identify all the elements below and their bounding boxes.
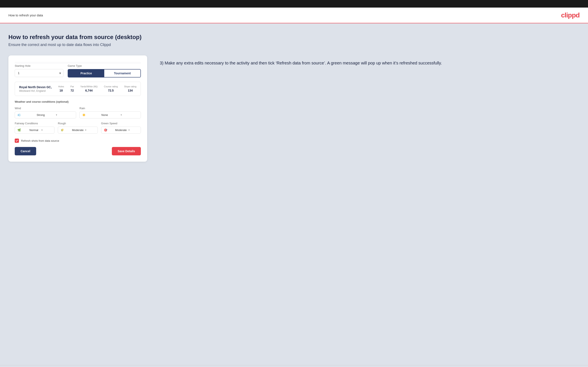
par-stat: Par 72 (70, 85, 74, 92)
green-speed-group: Green Speed 🎯 Moderate ▾ (101, 122, 141, 133)
wind-select[interactable]: 💨 Strong ▾ (15, 111, 76, 118)
top-bar (0, 0, 588, 8)
save-button[interactable]: Save Details (112, 147, 141, 155)
game-type-group: Game Type Practice Tournament (68, 64, 141, 77)
yards-stat: Yards/White (M)) 6,744 (80, 85, 97, 92)
header-title: How to refresh your data (9, 13, 43, 17)
checkmark-icon (16, 139, 18, 142)
course-stats: Holes 18 Par 72 Yards/White (M)) 6,744 C… (58, 85, 137, 92)
game-type-toggle: Practice Tournament (68, 69, 141, 77)
holes-stat: Holes 18 (58, 85, 64, 92)
rough-icon: 🌾 (61, 128, 70, 132)
fairway-icon: 🌿 (17, 128, 28, 132)
wind-value: Strong (37, 113, 54, 117)
wind-group: Wind 💨 Strong ▾ (15, 107, 76, 118)
content-area: Starting Hole 1 10 ▾ Game Type Practice … (9, 55, 579, 162)
rain-value: None (101, 113, 119, 117)
main-content: How to refresh your data from source (de… (0, 23, 588, 365)
practice-button[interactable]: Practice (68, 69, 104, 77)
rough-group: Rough 🌾 Moderate ▾ (58, 122, 97, 133)
rain-group: Rain ☀️ None ▾ (79, 107, 141, 118)
starting-hole-select[interactable]: 1 10 (15, 69, 63, 77)
side-text: 3) Make any extra edits necessary to the… (160, 55, 579, 66)
starting-hole-group: Starting Hole 1 10 ▾ (15, 64, 63, 77)
starting-hole-label: Starting Hole (15, 64, 63, 67)
refresh-label: Refresh shots from data source (21, 139, 59, 142)
course-rating-value: 72.5 (108, 89, 114, 92)
refresh-checkbox-row: Refresh shots from data source (15, 139, 141, 143)
footer: Copyright Clippd 2022 (0, 365, 588, 367)
tournament-button[interactable]: Tournament (104, 69, 140, 77)
rain-label: Rain (79, 107, 141, 110)
fairway-value: Normal (29, 128, 40, 132)
fairway-label: Fairway Conditions (15, 122, 54, 125)
fairway-select[interactable]: 🌿 Normal ▾ (15, 127, 54, 133)
course-rating-stat: Course rating 72.5 (104, 85, 118, 92)
green-speed-label: Green Speed (101, 122, 141, 125)
rain-icon: ☀️ (82, 113, 100, 117)
par-value: 72 (71, 89, 74, 92)
rough-value: Moderate (72, 128, 84, 132)
fairway-arrow-icon: ▾ (41, 129, 52, 131)
green-speed-select[interactable]: 🎯 Moderate ▾ (101, 127, 141, 133)
starting-hole-select-wrapper: 1 10 ▾ (15, 69, 63, 77)
wind-arrow-icon: ▾ (56, 114, 73, 116)
side-text-content: 3) Make any extra edits necessary to the… (160, 60, 579, 66)
rough-select[interactable]: 🌾 Moderate ▾ (58, 127, 97, 133)
course-location: Westward Ho!, England (19, 89, 58, 92)
page-heading: How to refresh your data from source (de… (9, 34, 579, 41)
rough-arrow-icon: ▾ (85, 129, 95, 131)
weather-section-label: Weather and course conditions (optional) (15, 100, 141, 103)
wind-label: Wind (15, 107, 76, 110)
course-info: Royal North Devon GC, Westward Ho!, Engl… (19, 85, 58, 92)
yards-label: Yards/White (M)) (80, 85, 97, 88)
weather-row: Wind 💨 Strong ▾ Rain ☀️ None ▾ (15, 107, 141, 118)
cancel-button[interactable]: Cancel (15, 147, 36, 155)
tab-stub (15, 62, 141, 64)
top-form-row: Starting Hole 1 10 ▾ Game Type Practice … (15, 64, 141, 77)
green-speed-value: Moderate (115, 128, 127, 132)
rain-select[interactable]: ☀️ None ▾ (79, 111, 141, 118)
course-card: Royal North Devon GC, Westward Ho!, Engl… (15, 82, 141, 96)
course-name: Royal North Devon GC, (19, 85, 58, 89)
fairway-group: Fairway Conditions 🌿 Normal ▾ (15, 122, 54, 133)
game-type-label: Game Type (68, 64, 141, 67)
action-row: Cancel Save Details (15, 147, 141, 155)
page-subheading: Ensure the correct and most up to date d… (9, 43, 579, 47)
rough-label: Rough (58, 122, 97, 125)
holes-label: Holes (58, 85, 64, 88)
logo: clippd (561, 11, 579, 19)
yards-value: 6,744 (85, 89, 93, 92)
form-card: Starting Hole 1 10 ▾ Game Type Practice … (9, 55, 147, 162)
conditions-row: Fairway Conditions 🌿 Normal ▾ Rough 🌾 Mo… (15, 122, 141, 133)
slope-rating-value: 134 (128, 89, 133, 92)
green-speed-arrow-icon: ▾ (129, 129, 138, 131)
rain-arrow-icon: ▾ (121, 114, 138, 116)
par-label: Par (70, 85, 74, 88)
course-rating-label: Course rating (104, 85, 118, 88)
slope-rating-label: Slope rating (124, 85, 137, 88)
green-speed-icon: 🎯 (104, 128, 113, 132)
slope-rating-stat: Slope rating 134 (124, 85, 137, 92)
holes-value: 18 (60, 89, 63, 92)
wind-icon: 💨 (17, 113, 35, 117)
header: How to refresh your data clippd (0, 8, 588, 23)
refresh-checkbox[interactable] (15, 139, 19, 143)
